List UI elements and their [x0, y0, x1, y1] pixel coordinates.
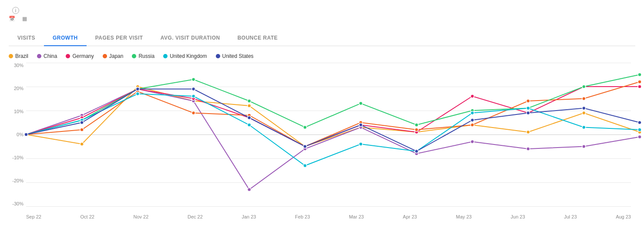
y-label-1: 20% [14, 86, 23, 91]
chart-area: 30%20%10%0%-10%-20%-30% Sep 22Oct 22Nov … [9, 63, 635, 219]
tab-bar: VISITSGROWTHPAGES PER VISITAVG. VISIT DU… [9, 30, 635, 46]
dot-brazil-4 [248, 104, 251, 108]
x-label-6: Mar 23 [349, 214, 364, 219]
x-label-1: Oct 22 [80, 214, 94, 219]
header-subtitle: 📅 ▦ [9, 16, 635, 22]
legend-item-united-kingdom: United Kingdom [163, 53, 207, 59]
dot-russia-7 [415, 123, 418, 127]
dot-united-kingdom-6 [359, 142, 362, 146]
y-label-6: -30% [12, 201, 23, 206]
x-label-3: Dec 22 [188, 214, 203, 219]
dot-germany-8 [470, 94, 474, 98]
dot-russia-6 [359, 102, 362, 105]
dot-united-states-10 [582, 107, 586, 110]
x-axis: Sep 22Oct 22Nov 22Dec 22Jan 23Feb 23Mar … [26, 214, 631, 219]
legend-item-brazil: Brazil [9, 53, 28, 59]
dot-china-8 [470, 140, 474, 144]
x-label-8: May 23 [456, 214, 472, 219]
legend-dot [66, 54, 70, 58]
x-label-0: Sep 22 [26, 214, 41, 219]
legend-dot [37, 54, 41, 58]
tab-pages_per_visit[interactable]: PAGES PER VISIT [87, 30, 152, 46]
chart-svg [26, 63, 640, 206]
dot-united-kingdom-5 [303, 164, 307, 168]
y-label-0: 30% [14, 63, 23, 68]
dot-brazil-9 [527, 131, 530, 134]
dot-united-states-7 [415, 150, 418, 153]
dot-united-states-1 [80, 121, 84, 124]
legend-dot [9, 54, 13, 58]
dot-united-states-6 [359, 123, 362, 127]
page-title: i [9, 7, 635, 14]
chart-legend: BrazilChinaGermanyJapanRussiaUnited King… [9, 53, 635, 59]
y-label-5: -20% [12, 178, 23, 183]
dot-united-states-11 [638, 121, 641, 124]
tab-growth[interactable]: GROWTH [44, 30, 87, 46]
x-label-7: Apr 23 [403, 214, 417, 219]
dot-china-11 [638, 135, 641, 139]
grid-line-6 [26, 206, 631, 207]
legend-item-china: China [37, 53, 57, 59]
x-label-11: Aug 23 [616, 214, 631, 219]
x-label-4: Jan 23 [242, 214, 256, 219]
legend-item-russia: Russia [132, 53, 154, 59]
dot-russia-3 [192, 78, 195, 81]
dot-japan-10 [582, 97, 586, 101]
calendar-icon: 📅 [9, 16, 15, 22]
dot-united-states-5 [303, 145, 307, 148]
legend-item-japan: Japan [103, 53, 124, 59]
dot-united-kingdom-9 [527, 107, 530, 110]
dot-japan-1 [80, 128, 84, 131]
dot-russia-5 [303, 126, 307, 129]
dot-brazil-1 [80, 142, 84, 146]
dot-china-4 [248, 188, 251, 192]
y-label-4: -10% [12, 155, 23, 160]
dot-japan-8 [470, 123, 474, 127]
legend-dot [163, 54, 168, 58]
dot-united-kingdom-2 [136, 92, 139, 96]
dot-china-9 [527, 147, 530, 151]
y-label-2: 10% [14, 109, 23, 114]
dot-russia-4 [248, 99, 251, 103]
line-germany [26, 87, 640, 147]
dot-united-states-8 [470, 118, 474, 122]
x-label-10: Jul 23 [564, 214, 577, 219]
dot-japan-3 [192, 111, 195, 115]
dot-japan-11 [638, 80, 641, 84]
dot-brazil-10 [582, 111, 586, 115]
dot-united-kingdom-11 [638, 128, 641, 131]
tab-avg_visit_duration[interactable]: AVG. VISIT DURATION [152, 30, 229, 46]
legend-dot [216, 54, 220, 58]
legend-item-germany: Germany [66, 53, 94, 59]
tab-bounce_rate[interactable]: BOUNCE RATE [229, 30, 287, 46]
info-icon[interactable]: i [12, 7, 19, 14]
dot-china-10 [582, 145, 586, 148]
legend-dot [132, 54, 136, 58]
dot-united-kingdom-3 [192, 94, 195, 98]
copy-icon[interactable]: ▦ [22, 16, 27, 22]
legend-item-united-states: United States [216, 53, 254, 59]
main-container: i 📅 ▦ VISITSGROWTHPAGES PER VISITAVG. VI… [0, 0, 644, 226]
dot-united-states-0 [24, 133, 28, 136]
dot-united-states-3 [192, 87, 195, 91]
dot-united-states-9 [527, 111, 530, 115]
dot-russia-11 [638, 73, 641, 77]
dot-united-states-2 [136, 87, 139, 91]
dot-united-kingdom-10 [582, 126, 586, 129]
dot-japan-7 [415, 128, 418, 131]
x-label-5: Feb 23 [295, 214, 310, 219]
x-label-9: Jun 23 [511, 214, 525, 219]
dot-united-states-4 [248, 116, 251, 120]
dot-russia-10 [582, 85, 586, 88]
y-axis: 30%20%10%0%-10%-20%-30% [9, 63, 26, 206]
x-label-2: Nov 22 [134, 214, 149, 219]
dot-japan-9 [527, 99, 530, 103]
dot-united-kingdom-8 [470, 111, 474, 115]
dot-united-kingdom-4 [248, 123, 251, 127]
line-brazil [26, 87, 640, 147]
y-label-3: 0% [17, 132, 23, 137]
tab-visits[interactable]: VISITS [9, 30, 44, 46]
dot-germany-11 [638, 85, 641, 88]
legend-dot [103, 54, 107, 58]
